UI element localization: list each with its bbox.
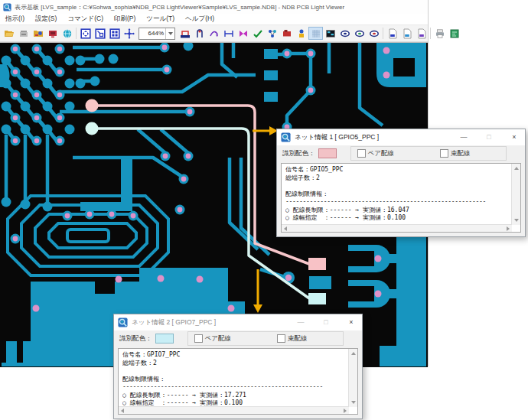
net-search-icon[interactable]	[178, 27, 192, 40]
check-net-icon[interactable]	[250, 27, 265, 40]
report-ref-icon[interactable]	[385, 27, 399, 40]
pin-search-icon[interactable]	[192, 27, 207, 40]
maximize-button[interactable]: □	[315, 314, 337, 330]
net-info-dialog-1: ネット情報 1 [ GPIO5_PPC ] — □ × 識別配色： ペア配線 束…	[276, 129, 526, 237]
terminal-count-line: 総端子数：2	[285, 174, 517, 183]
board-info-icon[interactable]	[279, 27, 294, 40]
toolbar-separator	[430, 28, 431, 39]
pair-wiring-checkbox[interactable]: ペア配線	[194, 334, 231, 343]
pair-wiring-checkbox[interactable]: ペア配線	[357, 149, 394, 158]
dialog1-title: ネット情報 1 [ GPIO5_PPC ]	[295, 133, 449, 142]
signal-name-line: 信号名：GPIO7_PPC	[122, 351, 354, 360]
dialog1-title-bar[interactable]: ネット情報 1 [ GPIO5_PPC ] — □ ×	[277, 129, 525, 145]
terminal-count-line: 総端子数：2	[122, 360, 354, 368]
zoom-region-icon[interactable]	[93, 27, 107, 40]
vertical-scrollbar[interactable]	[348, 349, 357, 407]
dialog2-title: ネット情報 2 [ GPIO7_PPC ]	[132, 318, 286, 327]
pair-wiring-label: ペア配線	[205, 334, 231, 343]
pan-icon[interactable]	[122, 27, 136, 40]
net-color-swatch	[318, 148, 337, 158]
via-filter-c-icon[interactable]	[367, 27, 381, 40]
dialog1-net-info-text[interactable]: 信号名：GPIO5_PPC 総端子数：2 配線制限情報： -----------…	[281, 163, 521, 233]
scroll-right-icon	[344, 409, 347, 413]
dialog-icon	[281, 132, 291, 142]
constraint-header-line: 配線制限情報：	[285, 190, 517, 199]
dialog2-color-row: 識別配色： ペア配線 束配線	[114, 330, 362, 347]
signal-name-line: 信号名：GPIO5_PPC	[285, 166, 517, 174]
scroll-left-icon	[284, 226, 287, 231]
vertical-scrollbar[interactable]	[511, 164, 520, 225]
zoom-all-icon[interactable]	[107, 27, 122, 40]
pair-wiring-label: ペア配線	[368, 149, 394, 158]
report-cmp-icon[interactable]	[414, 27, 429, 40]
board-report-icon[interactable]	[447, 27, 461, 40]
checkbox-icon[interactable]	[277, 334, 285, 343]
close-button[interactable]: ×	[341, 314, 362, 330]
length-constraint-line: ○ 配線長制限：------ → 実測値：17.271	[122, 392, 354, 400]
constraint-header-line: 配線制限情報：	[122, 376, 354, 384]
color-label: 識別配色：	[119, 334, 152, 343]
chevron-down-icon[interactable]	[165, 28, 174, 39]
scroll-up-icon	[514, 167, 519, 170]
bundle-wiring-checkbox[interactable]: 束配線	[440, 149, 471, 158]
horizontal-scrollbar[interactable]	[119, 406, 349, 414]
menu-settei[interactable]: 設定(S)	[30, 15, 62, 24]
measure-icon[interactable]	[221, 27, 236, 40]
zoom-level-value: 644%	[139, 30, 165, 37]
menu-shiji[interactable]: 指示(I)	[0, 15, 30, 24]
blank-line	[285, 182, 517, 190]
pair-wire-icon[interactable]	[236, 27, 250, 40]
blank-line	[122, 367, 354, 376]
dialog2-net-info-text[interactable]: 信号名：GPIO7_PPC 総端子数：2 配線制限情報： -----------…	[118, 348, 358, 415]
window-title: 表示基板 [LVS_sample：C:¥Sohwa_sophia¥NDB_PCB…	[15, 3, 344, 11]
zoom-fit-icon[interactable]	[78, 27, 93, 40]
width-constraint-line: ○ 線幅指定 ：------ → 実測値：0.100	[285, 214, 517, 223]
checkbox-icon[interactable]	[357, 149, 366, 158]
checkbox-icon[interactable]	[440, 149, 448, 158]
dialog2-title-bar[interactable]: ネット情報 2 [ GPIO7_PPC ] — □ ×	[114, 314, 362, 330]
via-filter-a-icon[interactable]	[337, 27, 352, 40]
minimize-button[interactable]: —	[290, 314, 311, 330]
app-icon	[3, 3, 11, 11]
wiring-type-group: ペア配線 束配線	[350, 146, 507, 161]
open-layers-icon[interactable]	[16, 27, 31, 40]
dialog1-color-row: 識別配色： ペア配線 束配線	[277, 145, 525, 161]
bundle-wiring-checkbox[interactable]: 束配線	[277, 334, 308, 343]
title-bar: 表示基板 [LVS_sample：C:¥Sohwa_sophia¥NDB_PCB…	[0, 0, 428, 14]
display-settings-icon[interactable]	[45, 27, 60, 40]
print-icon[interactable]	[432, 27, 447, 40]
menu-help[interactable]: ヘルプ(H)	[180, 15, 220, 24]
via-filter-b-icon[interactable]	[352, 27, 367, 40]
toolbar-separator	[76, 28, 77, 39]
checkbox-icon[interactable]	[194, 334, 203, 343]
length-constraint-line: ○ 配線長制限：------ → 実測値：16.047	[285, 207, 517, 215]
scroll-down-icon	[514, 219, 519, 222]
screenshot-stage: 表示基板 [LVS_sample：C:¥Sohwa_sophia¥NDB_PCB…	[0, 0, 528, 420]
bundle-wiring-label: 束配線	[451, 149, 471, 158]
menu-tool[interactable]: ツール(T)	[141, 15, 180, 24]
menu-bar: 指示(I) 設定(S) コマンド(C) 印刷(P) ツール(T) ヘルプ(H)	[0, 14, 428, 24]
net-color-swatch	[155, 334, 174, 343]
close-button[interactable]: ×	[504, 129, 525, 145]
open-file-icon[interactable]	[2, 27, 16, 40]
layer-globe-icon[interactable]	[60, 27, 74, 40]
zoom-level-combo[interactable]: 644%	[139, 28, 175, 40]
screen-capture-icon[interactable]	[323, 27, 337, 40]
open-sample-icon[interactable]	[31, 27, 45, 40]
report-pin-icon[interactable]	[399, 27, 414, 40]
grid-toggle-icon[interactable]	[308, 27, 323, 40]
component-search-icon[interactable]	[294, 27, 308, 40]
scroll-left-icon	[121, 409, 124, 413]
horizontal-scrollbar[interactable]	[282, 224, 512, 232]
toolbar: 644%	[0, 24, 428, 42]
separator-line: ----------------------------------------…	[122, 383, 354, 392]
net-tree-icon[interactable]	[265, 27, 279, 40]
minimize-button[interactable]: —	[453, 129, 474, 145]
menu-command[interactable]: コマンド(C)	[62, 15, 109, 24]
maximize-button[interactable]: □	[478, 129, 500, 145]
jump-icon[interactable]	[207, 27, 221, 40]
color-label: 識別配色：	[282, 149, 315, 158]
separator-line: ----------------------------------------…	[285, 198, 517, 207]
menu-print[interactable]: 印刷(P)	[109, 15, 141, 24]
dialog-icon	[118, 317, 128, 327]
